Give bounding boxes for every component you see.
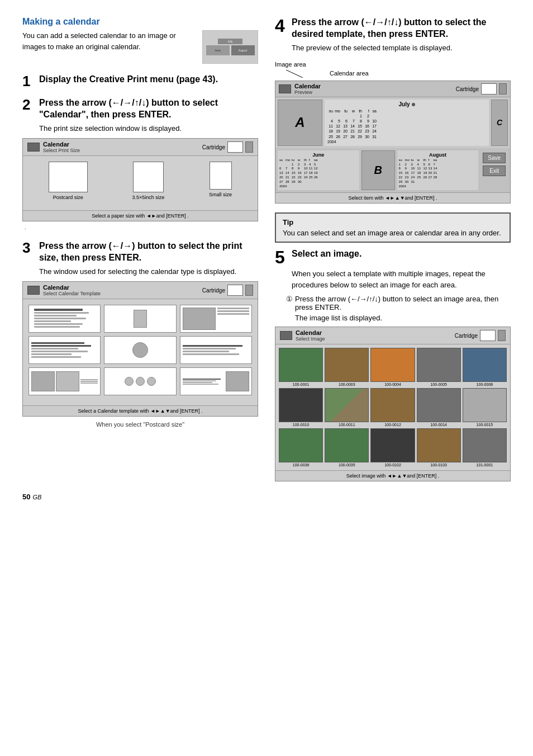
img-code-11: 100-0036 [293, 463, 310, 467]
img-cell-1: 100-0001 [279, 348, 323, 386]
page-number: 50 [22, 493, 30, 501]
img-code-3: 100-0004 [384, 382, 401, 386]
screen5-label: Calendar [296, 329, 325, 336]
img-thumb-9 [417, 388, 461, 422]
img-cell-13: 100-0102 [370, 428, 415, 467]
printer5-icon [280, 331, 292, 340]
save-exit-area: Save Exit [480, 150, 508, 191]
svg-line-0 [286, 70, 303, 78]
screen2-footer: Select a paper size with ◄►and [ENTER] . [23, 210, 258, 221]
step2-screen: Calendar Select Print Size Cartridge [22, 138, 258, 221]
step3-body: The window used for selecting the calend… [39, 266, 258, 277]
step3-screen: Calendar Select Calendar Template Cartri… [22, 281, 258, 417]
image-grid: 100-0001 100-0003 100-0004 100-0005 [275, 344, 510, 470]
calendar-area-label: Calendar area [330, 70, 369, 77]
img-thumb-8 [370, 388, 415, 422]
img-cell-2: 100-0003 [325, 348, 369, 386]
step1-number: 1 [22, 74, 35, 88]
june-year: 2004 [279, 185, 358, 189]
cartridge3-small [245, 285, 253, 296]
postcard-size-item: Postcard size [49, 162, 88, 200]
img-cell-9: 100-0014 [417, 388, 461, 427]
bracket-svg [286, 70, 303, 78]
screen5-sublabel: Select Image [296, 336, 325, 342]
cartridge5-label: Cartridge [455, 333, 478, 339]
img-thumb-5 [463, 348, 507, 382]
step5-sub1-body: The image list is displayed. [295, 314, 511, 322]
step2-dot: · [25, 226, 258, 231]
template-grid [28, 305, 252, 395]
tip-box: Tip You can select and set an image area… [275, 212, 511, 243]
exit-button[interactable]: Exit [483, 166, 506, 176]
small-size-item: Small size [209, 162, 232, 200]
step2-title: Press the arrow (←/→/↑/↓) button to sele… [39, 97, 258, 121]
step4-title: Press the arrow (←/→/↑/↓) button to sele… [292, 17, 511, 40]
postcard-box [49, 162, 88, 192]
img-code-15: 101-0001 [477, 463, 493, 467]
screen2-label: Calendar [43, 141, 80, 148]
step2-body: The print size selection window is displ… [39, 123, 258, 134]
img-thumb-10 [463, 388, 507, 422]
printer4-icon [279, 84, 291, 93]
screen3-label: Calendar [43, 284, 101, 291]
img-thumb-11 [279, 428, 323, 462]
template-item-8 [104, 367, 176, 395]
screen4-label: Calendar [294, 83, 321, 89]
screen3-cartridge-area: Cartridge [202, 285, 253, 296]
august-cal: August sumotuwthfsa 1234567 891011121314… [397, 150, 479, 191]
section-title: Making a calendar [22, 17, 258, 27]
cartridge3-label: Cartridge [202, 287, 225, 294]
img-code-5: 100-0008 [477, 382, 493, 386]
img-code-4: 100-0005 [430, 382, 447, 386]
template-item-1 [28, 305, 101, 333]
june-grid: sumotuwthfsa 12345 6789101112 1314151617… [279, 158, 358, 189]
step5-sub1-prefix: ① [286, 295, 293, 303]
img-cell-12: 100-0035 [325, 428, 369, 467]
img-code-2: 100-0003 [339, 382, 355, 386]
template-item-5 [104, 336, 176, 364]
august-year: 2004 [399, 185, 477, 189]
template-item-3 [180, 305, 252, 333]
img-thumb-3 [370, 348, 415, 382]
step1-title: Display the Creative Print menu (page 43… [39, 74, 218, 86]
cartridge4-box [481, 83, 497, 94]
august-header: August [399, 152, 477, 158]
inch35-box [133, 162, 164, 192]
area-b: B [361, 150, 395, 191]
step5-title: Select an image. [292, 248, 361, 260]
template-item-6 [180, 336, 252, 364]
img-cell-15: 101-0001 [463, 428, 507, 467]
cartridge2-label: Cartridge [202, 144, 225, 150]
img-cell-10: 100-0015 [463, 388, 507, 427]
cartridge3-box [227, 285, 243, 296]
paper-sizes-container: Postcard size 3.5×5inch size Small size [28, 162, 252, 200]
img-thumb-4 [417, 348, 461, 382]
image-area-label: Image area [275, 61, 306, 68]
june-header: June [279, 152, 358, 158]
screen4-sublabel: Preview [294, 89, 321, 95]
august-grid: sumotuwthfsa 1234567 891011121314 151617… [399, 158, 477, 189]
img-thumb-7 [325, 388, 369, 422]
inch35-size-item: 3.5×5inch size [132, 162, 165, 200]
small-box [210, 162, 232, 190]
cartridge5-box [480, 330, 496, 341]
img-code-13: 100-0102 [384, 463, 401, 467]
step4-screen: Calendar Preview Cartridge A [275, 81, 511, 204]
template-item-7 [28, 367, 101, 395]
img-code-12: 100-0035 [339, 463, 355, 467]
step4-number: 4 [275, 17, 287, 35]
screen4-footer: Select item with ◄►▲▼and [ENTER] . [275, 192, 510, 203]
cartridge5-small [498, 330, 506, 341]
step3-number: 3 [22, 240, 35, 255]
step2-number: 2 [22, 97, 35, 112]
july-cal: July sumotuwthfsa 12 45678910 1112131415… [325, 100, 489, 146]
cartridge4-label: Cartridge [456, 86, 479, 92]
screen4-cartridge-area: Cartridge [456, 83, 507, 94]
img-cell-6: 100-0010 [279, 388, 323, 427]
step5-number: 5 [275, 248, 287, 266]
step5-screen: Calendar Select Image Cartridge 100-0 [275, 327, 511, 481]
diagram-container: Image area Calendar area [275, 61, 511, 204]
save-button[interactable]: Save [483, 153, 506, 163]
step5-body1: When you select a template with multiple… [292, 268, 511, 290]
postcard-label: Postcard size [53, 195, 83, 200]
